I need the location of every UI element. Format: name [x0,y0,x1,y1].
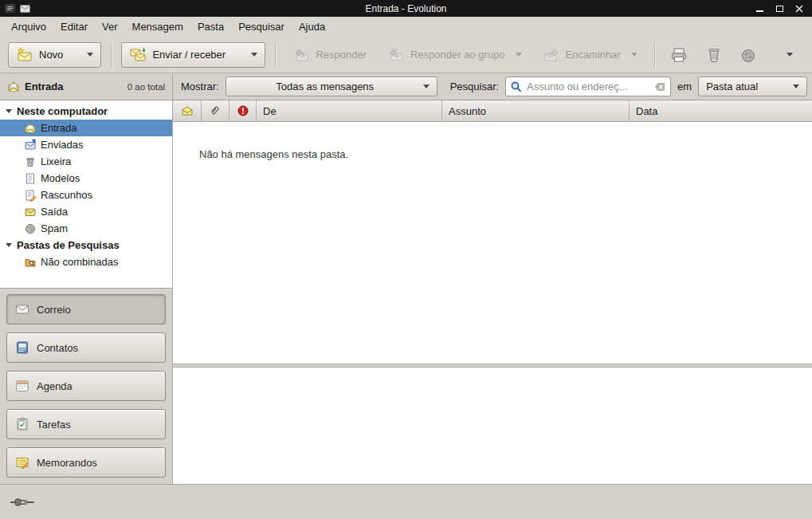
column-from[interactable]: De [257,100,442,121]
new-button-label: Novo [39,49,63,61]
folder-label: Modelos [41,172,80,184]
sidebar-item-spam[interactable]: Spam [0,220,172,237]
folder-label: Lixeira [41,155,71,167]
trash-folder-icon [24,155,37,168]
menu-pesquisar[interactable]: Pesquisar [231,17,292,37]
priority-icon [237,104,249,117]
memos-icon [15,455,29,470]
search-scope-value: Pasta atual [706,81,787,92]
switcher-agenda[interactable]: Agenda [6,371,166,401]
search-folder-icon [24,256,37,269]
window-menu-icon[interactable] [5,4,15,13]
search-icon[interactable] [510,81,523,93]
sidebar-item-rascunhos[interactable]: Rascunhos [0,187,172,203]
toolbar: Novo Enviar / receber Responder [0,37,812,73]
switcher-correio[interactable]: Correio [6,294,166,324]
calendar-icon [15,379,29,393]
send-receive-button[interactable]: Enviar / receber [121,42,265,68]
reply-group-label: Responder ao grupo [410,49,505,61]
group-pastas-de-pesquisas[interactable]: Pastas de Pesquisas [0,237,172,254]
search-input[interactable] [527,81,649,92]
reply-icon [292,46,310,64]
forward-button[interactable]: Encaminhar [535,42,645,68]
titlebar-left [0,4,30,13]
app-icon[interactable] [20,5,30,13]
overflow-icon [787,53,793,57]
spam-icon [24,222,37,235]
message-area: De Assunto Data Não há mensagens nesta p… [173,100,812,484]
folder-label: Spam [41,222,68,234]
switcher-label: Agenda [37,380,73,392]
expander-icon[interactable] [6,109,12,113]
new-dropdown-icon[interactable] [87,53,93,57]
message-list-header: De Assunto Data [173,100,812,122]
reply-button[interactable]: Responder [285,42,374,68]
sidebar-item-entrada[interactable]: Entrada [0,120,172,136]
forward-label: Encaminhar [566,49,621,61]
menu-ver[interactable]: Ver [95,17,125,37]
switcher-contatos[interactable]: Contatos [6,332,166,363]
folder-label: Enviadas [41,139,83,151]
offline-status-icon[interactable] [10,497,35,508]
reply-group-button[interactable]: Responder ao grupo [380,42,529,68]
column-date[interactable]: Data [630,100,812,121]
contacts-icon [15,340,29,355]
column-read-status[interactable] [173,100,202,121]
clear-search-icon[interactable] [653,81,666,93]
empty-folder-text: Não há mensagens nesta pasta. [173,122,812,160]
group-neste-computador[interactable]: Neste computador [0,103,172,120]
switcher-label: Memorandos [37,457,97,469]
preview-pane [173,368,812,484]
menu-editar[interactable]: Editar [53,17,95,37]
reply-all-icon [387,46,405,64]
minimize-button[interactable] [754,3,765,14]
search-scope-dropdown[interactable]: Pasta atual [698,77,807,96]
toolbar-separator [275,43,276,67]
drafts-icon [24,189,37,202]
toolbar-overflow-button[interactable] [775,42,804,68]
column-date-label: Data [636,105,657,117]
sidebar-item-enviadas[interactable]: Enviadas [0,136,172,153]
trash-icon [705,46,723,64]
sidebar-item-modelos[interactable]: Modelos [0,170,172,187]
show-filter-dropdown[interactable]: Todas as mensagens [226,77,437,96]
menu-arquivo[interactable]: Arquivo [4,17,53,37]
junk-button[interactable] [734,42,763,68]
close-icon [795,5,803,13]
evolution-window: Entrada - Evolution Arquivo Editar Ver M… [0,0,812,519]
delete-button[interactable] [700,42,728,68]
switcher-label: Correio [37,304,71,316]
expander-icon[interactable] [6,243,12,247]
new-button[interactable]: Novo [8,42,101,68]
show-filter-value: Todas as mensagens [233,81,417,92]
print-button[interactable] [665,42,693,68]
column-priority[interactable] [229,100,257,121]
menu-ajuda[interactable]: Ajuda [292,17,332,37]
send-receive-dropdown-icon[interactable] [251,53,257,57]
toolbar-separator [111,43,112,67]
forward-dropdown-icon[interactable] [631,53,637,57]
folder-label: Rascunhos [41,189,92,201]
filter-search-area: Mostrar: Todas as mensagens Pesquisar: e… [173,77,812,96]
message-list[interactable]: Não há mensagens nesta pasta. [173,122,812,364]
sidebar-item-lixeira[interactable]: Lixeira [0,153,172,170]
sidebar-item-saida[interactable]: Saída [0,203,172,220]
send-receive-label: Enviar / receber [152,49,226,61]
menu-pasta[interactable]: Pasta [190,17,231,37]
titlebar: Entrada - Evolution [0,0,812,17]
folder-label: Entrada [41,122,77,134]
maximize-button[interactable] [774,3,785,14]
mail-icon [15,302,29,317]
column-subject[interactable]: Assunto [442,100,630,121]
menu-mensagem[interactable]: Mensagem [125,17,190,37]
tasks-icon [15,417,29,431]
column-attachment[interactable] [202,100,229,121]
switcher-tarefas[interactable]: Tarefas [6,409,166,439]
folder-tree: Neste computador Entrada Enviadas [0,100,172,288]
print-icon [670,46,688,64]
switcher-memorandos[interactable]: Memorandos [6,447,166,478]
close-button[interactable] [794,3,805,14]
reply-group-dropdown-icon[interactable] [516,53,522,57]
sidebar-item-nao-combinadas[interactable]: Não combinadas [0,254,172,270]
content-area: Neste computador Entrada Enviadas [0,100,812,484]
